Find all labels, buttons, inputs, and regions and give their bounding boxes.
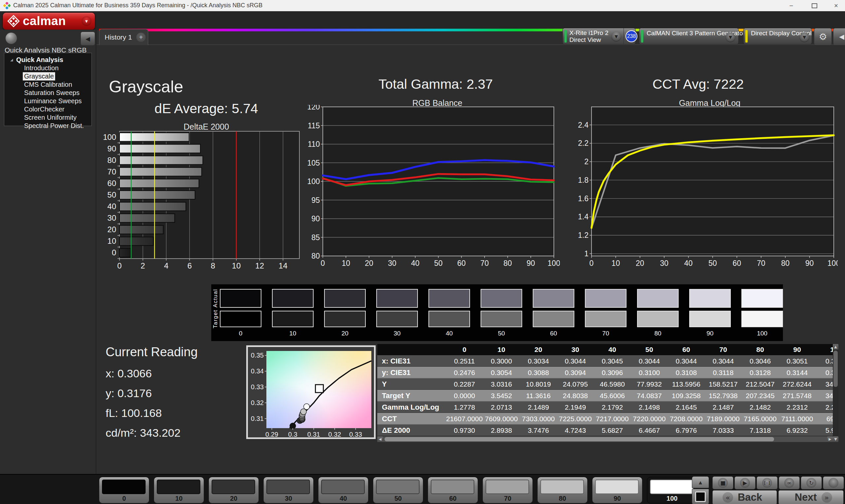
target-swatch-90	[689, 311, 731, 327]
chevron-down-icon[interactable]: ▼	[726, 32, 735, 41]
table-cell: 74.0837	[631, 390, 668, 401]
app-header: calman ▼	[0, 11, 845, 30]
table-vertical-scrollbar[interactable]: ▲ ▼	[833, 344, 839, 442]
transport-record-button[interactable]	[823, 476, 844, 489]
next-button[interactable]: Next »	[778, 490, 844, 504]
sidebar-collapse-button[interactable]: ◀	[81, 32, 95, 46]
pattern-button-90[interactable]: 90	[592, 477, 642, 503]
table-horizontal-scrollbar[interactable]: ◀ ▶	[377, 436, 833, 442]
scroll-right-icon[interactable]: ▶	[827, 436, 833, 442]
pattern-button-20[interactable]: 20	[209, 477, 259, 503]
tree-root-row[interactable]: ◢ Quick Analysis	[4, 56, 91, 64]
display-control-dropdown[interactable]: Direct Display Control ▼	[743, 28, 812, 44]
swatch-level-label: 10	[272, 330, 314, 337]
pattern-button-30[interactable]: 30	[263, 477, 314, 503]
back-button[interactable]: « Back	[712, 490, 777, 504]
workflow-knob-icon[interactable]	[5, 32, 17, 44]
table-column-header: 40	[594, 344, 631, 355]
chevron-down-icon[interactable]: ▼	[800, 32, 809, 41]
sidebar: ◀ Quick Analysis NBC sRGB ◢ Quick Analys…	[0, 30, 96, 474]
pattern-generator-dropdown[interactable]: CalMAN Client 3 Pattern Generator ▼	[639, 28, 739, 44]
rgb-balance-chart: 8085909510010511011512001020304050607080…	[306, 105, 560, 267]
sidebar-item-cms-calibration[interactable]: CMS Calibration	[23, 80, 91, 89]
svg-text:85: 85	[311, 233, 320, 242]
table-cell: 2.1949	[557, 401, 594, 413]
pattern-chip	[376, 480, 420, 494]
settings-gear-button[interactable]: ⚙	[814, 28, 832, 45]
svg-text:30: 30	[388, 259, 397, 267]
table-cell: 2.1482	[742, 401, 779, 413]
pattern-button-60[interactable]: 60	[428, 477, 478, 503]
table-column-header: 0	[446, 344, 483, 355]
table-cell: 45.6006	[594, 390, 631, 401]
svg-text:1.2: 1.2	[578, 231, 588, 239]
svg-text:90: 90	[527, 259, 535, 267]
swatch-level-label: 30	[376, 330, 418, 337]
svg-text:0: 0	[589, 259, 594, 267]
pattern-window-toggle-button[interactable]	[692, 489, 709, 504]
pattern-button-10[interactable]: 10	[154, 477, 204, 503]
svg-text:12: 12	[255, 261, 264, 270]
pattern-label: 10	[154, 495, 204, 502]
scroll-left-icon[interactable]: ◀	[377, 436, 383, 442]
meter-dropdown[interactable]: X-Rite i1Pro 2 Direct View ▼ 238	[562, 28, 636, 44]
transport-play-button[interactable]: ▶	[735, 476, 756, 489]
transport-step-button[interactable]: [··]	[757, 476, 778, 489]
page-title: Grayscale	[109, 77, 183, 96]
meter-count-badge[interactable]: 238	[626, 30, 637, 42]
chevron-down-icon[interactable]: ▼	[82, 16, 91, 26]
sidebar-item-luminance-sweeps[interactable]: Luminance Sweeps	[23, 97, 91, 105]
maximize-icon[interactable]	[807, 1, 822, 10]
calman-menu-button[interactable]: calman ▼	[3, 13, 95, 30]
pattern-button-100[interactable]: 100	[647, 477, 697, 503]
table-cell: 7217.0000	[594, 413, 631, 425]
transport-loop-button[interactable]: ∞	[779, 476, 800, 489]
scroll-up-icon[interactable]: ▲	[833, 344, 839, 349]
pattern-button-50[interactable]: 50	[373, 477, 423, 503]
table-cell: 2.1498	[631, 401, 668, 413]
table-cell: 3.0316	[483, 378, 520, 390]
panel-collapse-button[interactable]: ◀	[833, 28, 845, 45]
transport-stop-button[interactable]: ■	[712, 476, 734, 489]
vertical-scroll-thumb[interactable]	[833, 350, 838, 387]
pattern-chip	[650, 480, 693, 494]
close-icon[interactable]: ✕	[828, 1, 844, 10]
svg-text:20: 20	[365, 259, 373, 267]
pattern-button-0[interactable]: 0	[99, 477, 149, 503]
sidebar-item-screen-uniformity[interactable]: Screen Uniformity	[23, 113, 91, 122]
pattern-button-40[interactable]: 40	[318, 477, 368, 503]
sidebar-item-saturation-sweeps[interactable]: Saturation Sweeps	[23, 89, 91, 97]
tree-expander-icon[interactable]: ◢	[10, 58, 15, 62]
swatch-level-label: 50	[480, 330, 522, 337]
svg-text:1.6: 1.6	[578, 194, 588, 203]
grayscale-swatch-panel: Actual Target 0102030405060708090100	[211, 284, 783, 341]
pattern-button-70[interactable]: 70	[482, 477, 533, 503]
sidebar-item-spectral-power-dist-[interactable]: Spectral Power Dist.	[23, 122, 91, 130]
transport-refresh-button[interactable]: ↻	[801, 476, 822, 489]
pattern-window-up-button[interactable]: ▲	[692, 476, 709, 488]
tab-history-1[interactable]: History 1	[99, 29, 135, 45]
add-tab-button[interactable]: +	[134, 29, 148, 45]
record-icon	[828, 478, 839, 488]
minimize-icon[interactable]: ─	[784, 1, 799, 10]
table-row-label: y: CIE31	[377, 367, 446, 378]
pattern-button-80[interactable]: 80	[538, 477, 587, 503]
svg-text:0.32: 0.32	[251, 399, 264, 407]
sidebar-item-introduction[interactable]: Introduction	[23, 64, 91, 72]
svg-text:1: 1	[584, 249, 588, 258]
sidebar-item-label: Saturation Sweeps	[23, 89, 81, 97]
scroll-down-icon[interactable]: ▼	[833, 436, 839, 442]
sidebar-item-colorchecker[interactable]: ColorChecker	[23, 105, 91, 113]
table-cell: 158.5217	[705, 378, 742, 390]
svg-text:0.35: 0.35	[251, 352, 264, 359]
table-cell: 0.3045	[594, 355, 631, 367]
svg-text:20: 20	[636, 259, 644, 267]
sidebar-item-grayscale[interactable]: Grayscale	[23, 72, 91, 80]
svg-text:95: 95	[311, 196, 320, 204]
chevron-down-icon[interactable]: ▼	[612, 32, 621, 41]
next-arrows-icon: »	[822, 492, 832, 503]
pattern-chip	[595, 480, 639, 494]
table-cell: 0.3108	[668, 367, 705, 378]
swatch-level-label: 0	[220, 330, 261, 337]
horizontal-scroll-thumb[interactable]	[385, 437, 774, 441]
